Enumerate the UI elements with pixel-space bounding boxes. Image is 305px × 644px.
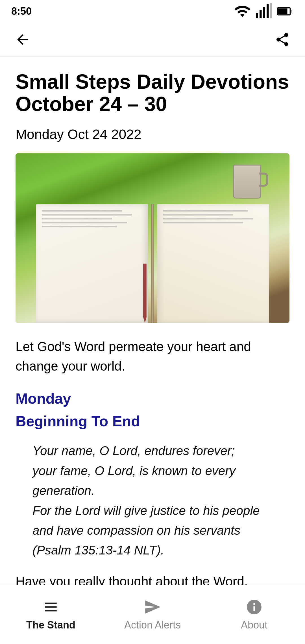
stand-icon [42,598,60,616]
scripture-line-5: (Psalm 135:13-14 NLT). [32,543,164,557]
svg-rect-3 [267,4,269,18]
nav-the-stand-label: The Stand [26,619,75,631]
article-hero-image [16,153,289,323]
nav-action-alerts[interactable]: Action Alerts [102,585,203,644]
nav-about[interactable]: About [203,585,305,644]
send-icon [144,598,161,616]
status-time: 8:50 [11,5,32,17]
bottom-navigation: The Stand Action Alerts About [0,585,305,644]
article-content: Small Steps Daily Devotions October 24 –… [0,56,305,644]
svg-rect-2 [263,7,265,18]
status-bar: 8:50 [0,0,305,23]
nav-action-alerts-label: Action Alerts [124,619,181,631]
section-subtitle: Beginning To End [16,413,289,430]
svg-rect-1 [260,10,262,18]
battery-icon [277,3,294,20]
svg-rect-0 [256,13,258,18]
wifi-icon [234,3,251,20]
status-icons [234,3,294,20]
scripture-line-3: For the Lord will give justice to his pe… [32,504,260,517]
info-icon [245,598,263,616]
scripture-block: Your name, O Lord, endures forever; your… [16,441,289,560]
section-day: Monday [16,390,289,407]
svg-rect-4 [270,3,273,18]
scripture-line-1: Your name, O Lord, endures forever; [32,444,235,458]
article-intro: Let God's Word permeate your heart and c… [16,337,289,376]
nav-about-label: About [241,619,267,631]
nav-the-stand[interactable]: The Stand [0,585,102,644]
share-button[interactable] [271,28,294,51]
back-button[interactable] [11,28,34,51]
share-icon [274,32,290,47]
scripture-line-2: your fame, O Lord, is known to every gen… [32,464,236,497]
signal-icon [255,3,272,20]
scripture-line-4: and have compassion on his servants [32,523,240,537]
back-arrow-icon [15,32,30,47]
scripture-text: Your name, O Lord, endures forever; your… [32,441,273,560]
article-date: Monday Oct 24 2022 [16,127,289,142]
svg-rect-6 [278,8,287,14]
article-title: Small Steps Daily Devotions October 24 –… [16,71,289,115]
top-nav [0,23,305,56]
